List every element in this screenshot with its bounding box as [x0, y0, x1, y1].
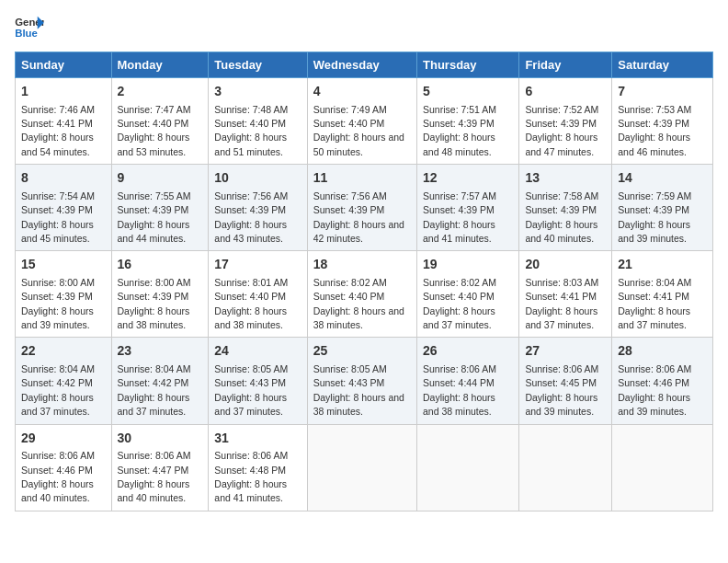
day-daylight: Daylight: 8 hours and 40 minutes. — [525, 219, 597, 244]
calendar-week-1: 1Sunrise: 7:46 AMSunset: 4:41 PMDaylight… — [16, 78, 713, 165]
day-sunset: Sunset: 4:42 PM — [118, 377, 189, 388]
calendar-cell: 8Sunrise: 7:54 AMSunset: 4:39 PMDaylight… — [16, 165, 112, 251]
calendar-table: SundayMondayTuesdayWednesdayThursdayFrid… — [15, 52, 713, 511]
day-daylight: Daylight: 8 hours and 40 minutes. — [118, 478, 190, 503]
day-daylight: Daylight: 8 hours and 39 minutes. — [618, 392, 690, 417]
calendar-cell: 2Sunrise: 7:47 AMSunset: 4:40 PMDaylight… — [111, 78, 209, 165]
day-daylight: Daylight: 8 hours and 47 minutes. — [525, 132, 597, 156]
day-sunset: Sunset: 4:42 PM — [21, 377, 93, 388]
weekday-header-wednesday: Wednesday — [307, 52, 416, 78]
day-number: 7 — [618, 83, 707, 101]
day-number: 19 — [423, 256, 513, 274]
calendar-cell: 20Sunrise: 8:03 AMSunset: 4:41 PMDayligh… — [519, 251, 612, 338]
day-sunrise: Sunrise: 8:04 AM — [21, 363, 95, 374]
day-sunset: Sunset: 4:47 PM — [118, 465, 189, 476]
day-daylight: Daylight: 8 hours and 37 minutes. — [525, 305, 597, 330]
day-daylight: Daylight: 8 hours and 38 minutes. — [214, 305, 287, 330]
svg-text:Blue: Blue — [15, 28, 38, 39]
day-sunset: Sunset: 4:39 PM — [118, 291, 189, 302]
day-sunrise: Sunrise: 8:06 AM — [525, 363, 598, 374]
day-number: 22 — [21, 342, 106, 361]
day-sunrise: Sunrise: 8:03 AM — [525, 277, 598, 288]
day-daylight: Daylight: 8 hours and 43 minutes. — [214, 219, 287, 244]
day-daylight: Daylight: 8 hours and 37 minutes. — [21, 392, 94, 417]
calendar-cell: 30Sunrise: 8:06 AMSunset: 4:47 PMDayligh… — [111, 424, 209, 511]
day-sunset: Sunset: 4:40 PM — [313, 291, 385, 302]
day-daylight: Daylight: 8 hours and 39 minutes. — [21, 305, 94, 330]
day-daylight: Daylight: 8 hours and 41 minutes. — [423, 219, 495, 244]
day-daylight: Daylight: 8 hours and 50 minutes. — [313, 132, 404, 156]
calendar-cell: 16Sunrise: 8:00 AMSunset: 4:39 PMDayligh… — [111, 251, 209, 338]
day-number: 26 — [423, 342, 513, 361]
calendar-cell: 22Sunrise: 8:04 AMSunset: 4:42 PMDayligh… — [16, 338, 112, 424]
calendar-week-4: 22Sunrise: 8:04 AMSunset: 4:42 PMDayligh… — [16, 338, 713, 424]
calendar-cell: 21Sunrise: 8:04 AMSunset: 4:41 PMDayligh… — [612, 251, 713, 338]
calendar-cell: 28Sunrise: 8:06 AMSunset: 4:46 PMDayligh… — [612, 338, 713, 424]
day-sunrise: Sunrise: 8:01 AM — [214, 277, 288, 288]
day-daylight: Daylight: 8 hours and 44 minutes. — [118, 219, 190, 244]
day-sunset: Sunset: 4:39 PM — [618, 204, 689, 215]
calendar-cell: 3Sunrise: 7:48 AMSunset: 4:40 PMDaylight… — [209, 78, 307, 165]
day-sunset: Sunset: 4:39 PM — [525, 118, 597, 129]
calendar-cell: 25Sunrise: 8:05 AMSunset: 4:43 PMDayligh… — [307, 338, 416, 424]
day-sunset: Sunset: 4:41 PM — [21, 118, 93, 129]
day-sunset: Sunset: 4:40 PM — [423, 291, 495, 302]
day-sunrise: Sunrise: 7:58 AM — [525, 190, 598, 201]
day-sunset: Sunset: 4:39 PM — [423, 118, 495, 129]
weekday-header-friday: Friday — [519, 52, 612, 78]
day-sunset: Sunset: 4:45 PM — [525, 377, 597, 388]
day-sunrise: Sunrise: 8:05 AM — [214, 363, 288, 374]
day-number: 4 — [313, 83, 411, 101]
day-number: 6 — [525, 83, 606, 101]
day-number: 3 — [214, 83, 301, 101]
day-number: 2 — [118, 83, 203, 101]
day-sunset: Sunset: 4:40 PM — [214, 291, 286, 302]
day-sunset: Sunset: 4:48 PM — [214, 465, 286, 476]
day-sunrise: Sunrise: 8:02 AM — [313, 277, 387, 288]
day-sunset: Sunset: 4:40 PM — [313, 118, 385, 129]
day-sunrise: Sunrise: 7:57 AM — [423, 190, 496, 201]
day-number: 31 — [214, 430, 301, 448]
day-number: 16 — [118, 256, 203, 274]
calendar-cell: 6Sunrise: 7:52 AMSunset: 4:39 PMDaylight… — [519, 78, 612, 165]
day-daylight: Daylight: 8 hours and 37 minutes. — [118, 392, 190, 417]
weekday-header-sunday: Sunday — [16, 52, 112, 78]
day-sunset: Sunset: 4:39 PM — [118, 204, 189, 215]
day-sunset: Sunset: 4:39 PM — [525, 204, 597, 215]
day-sunrise: Sunrise: 7:59 AM — [618, 190, 691, 201]
day-number: 23 — [118, 342, 203, 361]
calendar-cell: 5Sunrise: 7:51 AMSunset: 4:39 PMDaylight… — [417, 78, 519, 165]
day-daylight: Daylight: 8 hours and 46 minutes. — [618, 132, 690, 156]
day-number: 18 — [313, 256, 411, 274]
day-daylight: Daylight: 8 hours and 39 minutes. — [618, 219, 690, 244]
day-number: 11 — [313, 169, 411, 188]
weekday-header-monday: Monday — [111, 52, 209, 78]
calendar-cell: 19Sunrise: 8:02 AMSunset: 4:40 PMDayligh… — [417, 251, 519, 338]
calendar-cell — [307, 424, 416, 511]
day-sunrise: Sunrise: 7:56 AM — [214, 190, 288, 201]
day-sunset: Sunset: 4:39 PM — [618, 118, 689, 129]
day-daylight: Daylight: 8 hours and 39 minutes. — [525, 392, 597, 417]
day-sunset: Sunset: 4:39 PM — [313, 204, 385, 215]
calendar-cell: 26Sunrise: 8:06 AMSunset: 4:44 PMDayligh… — [417, 338, 519, 424]
calendar-cell: 4Sunrise: 7:49 AMSunset: 4:40 PMDaylight… — [307, 78, 416, 165]
day-sunrise: Sunrise: 7:54 AM — [21, 190, 95, 201]
day-sunrise: Sunrise: 7:55 AM — [118, 190, 191, 201]
calendar-cell: 18Sunrise: 8:02 AMSunset: 4:40 PMDayligh… — [307, 251, 416, 338]
day-sunrise: Sunrise: 8:02 AM — [423, 277, 496, 288]
day-daylight: Daylight: 8 hours and 45 minutes. — [21, 219, 94, 244]
day-sunrise: Sunrise: 7:51 AM — [423, 104, 496, 115]
day-number: 27 — [525, 342, 606, 361]
day-sunset: Sunset: 4:40 PM — [118, 118, 189, 129]
day-sunrise: Sunrise: 7:53 AM — [618, 104, 691, 115]
day-daylight: Daylight: 8 hours and 38 minutes. — [313, 392, 404, 417]
day-number: 24 — [214, 342, 301, 361]
day-sunrise: Sunrise: 8:06 AM — [214, 450, 288, 461]
calendar-week-2: 8Sunrise: 7:54 AMSunset: 4:39 PMDaylight… — [16, 165, 713, 251]
weekday-header-tuesday: Tuesday — [209, 52, 307, 78]
day-sunset: Sunset: 4:43 PM — [313, 377, 385, 388]
day-number: 20 — [525, 256, 606, 274]
calendar-cell: 12Sunrise: 7:57 AMSunset: 4:39 PMDayligh… — [417, 165, 519, 251]
day-sunrise: Sunrise: 7:47 AM — [118, 104, 191, 115]
day-daylight: Daylight: 8 hours and 38 minutes. — [423, 392, 495, 417]
